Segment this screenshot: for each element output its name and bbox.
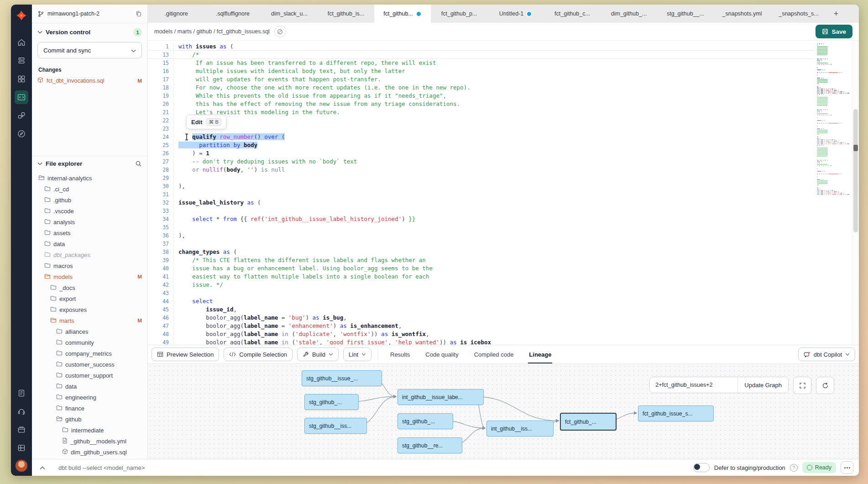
code-line-29[interactable]: 29 bbox=[148, 174, 859, 182]
tree-item-data[interactable]: data bbox=[32, 381, 147, 392]
lineage-node-stg_github__iss...[interactable]: stg_github__iss... bbox=[304, 418, 367, 434]
code-line-21[interactable]: 21 Let's revisit this modeling in the fu… bbox=[148, 108, 859, 116]
code-line-31[interactable]: 31 bbox=[148, 190, 859, 199]
changed-file-fct_dbt_invocations.sql[interactable]: fct_dbt_invocations.sqlM bbox=[32, 76, 147, 85]
build-button[interactable]: Build bbox=[297, 347, 339, 361]
scrollbar-thumb[interactable] bbox=[853, 109, 858, 232]
code-line-36[interactable]: 36), bbox=[148, 231, 859, 240]
defer-toggle[interactable] bbox=[693, 463, 710, 472]
version-control-header[interactable]: Version control 1 bbox=[32, 23, 147, 40]
billing-icon[interactable] bbox=[15, 423, 28, 437]
tab-.sqlfluffignore[interactable]: .sqlfluffignore bbox=[204, 5, 261, 23]
code-line-25[interactable]: 25 partition by body bbox=[148, 141, 859, 149]
tree-item-marts[interactable]: martsM bbox=[32, 315, 147, 326]
tree-item-macros[interactable]: macros bbox=[32, 260, 147, 271]
code-editor[interactable]: 1with issues as (13 /*15 If an issue has… bbox=[148, 41, 859, 345]
editor-scrollbar[interactable] bbox=[852, 41, 859, 345]
user-avatar[interactable] bbox=[15, 459, 28, 472]
update-graph-button[interactable]: Update Graph bbox=[737, 377, 788, 393]
new-tab-button[interactable]: + bbox=[827, 5, 845, 23]
editor-minimap[interactable] bbox=[814, 41, 852, 345]
tree-item-internal-analytics[interactable]: internal-analytics bbox=[32, 173, 147, 184]
code-line-49[interactable]: 49 boolor_agg(label_name in ('stale', 'g… bbox=[148, 338, 859, 345]
tab-fct_github_is...[interactable]: fct_github_is... bbox=[318, 5, 374, 23]
more-options-button[interactable] bbox=[841, 461, 853, 474]
code-line-23[interactable]: 23 bbox=[148, 125, 859, 133]
code-line-33[interactable]: 33 bbox=[148, 207, 859, 215]
save-button[interactable]: Save bbox=[816, 25, 852, 38]
tree-item-customer_success[interactable]: customer_success bbox=[32, 359, 147, 370]
code-line-17[interactable]: 17 will get updates for events that happ… bbox=[148, 75, 859, 84]
tab-dim_slack_u...[interactable]: dim_slack_u... bbox=[261, 5, 318, 23]
code-line-18[interactable]: 18 For now, choose the one with more rec… bbox=[148, 84, 859, 92]
tree-item-dim_github_users.sql[interactable]: dim_github_users.sql bbox=[32, 447, 147, 458]
tree-item-dbt_packages[interactable]: dbt_packages bbox=[32, 249, 147, 260]
code-line-38[interactable]: 38change_types as ( bbox=[148, 248, 859, 256]
lineage-node-stg_github_...[interactable]: stg_github_... bbox=[397, 413, 453, 429]
tab-lineage[interactable]: Lineage bbox=[523, 345, 557, 363]
code-line-42[interactable]: 42 issue. */ bbox=[148, 281, 859, 289]
lineage-node-int_github__iss...[interactable]: int_github__iss... bbox=[486, 421, 554, 437]
lineage-node-fct_github_issue_s...[interactable]: fct_github_issue_s... bbox=[638, 405, 714, 421]
lineage-node-fct_github_...[interactable]: fct_github_... bbox=[560, 413, 617, 431]
tab-dim_github_...[interactable]: dim_github_... bbox=[601, 5, 657, 23]
code-line-1[interactable]: 1with issues as ( bbox=[148, 42, 859, 51]
code-line-24[interactable]: 24 qualify row_number() over ( bbox=[148, 133, 859, 141]
lineage-node-int_github__issue_labe...[interactable]: int_github__issue_labe... bbox=[397, 389, 484, 405]
explore-icon[interactable] bbox=[15, 127, 28, 141]
compile-selection-button[interactable]: Compile Selection bbox=[224, 347, 293, 361]
code-line-39[interactable]: 39 /* This CTE flattens the different is… bbox=[148, 256, 859, 264]
search-icon[interactable] bbox=[135, 160, 142, 167]
tree-item-.vscode[interactable]: .vscode bbox=[32, 205, 147, 216]
tab-code-quality[interactable]: Code quality bbox=[420, 345, 464, 363]
code-line-46[interactable]: 46 boolor_agg(label_name = 'bug') as is_… bbox=[148, 314, 859, 322]
tree-item-finance[interactable]: finance bbox=[32, 403, 147, 414]
command-input[interactable]: dbt build --select <model_name> bbox=[58, 464, 145, 471]
commit-and-sync-button[interactable]: Commit and sync bbox=[37, 42, 142, 58]
lineage-selector-input[interactable] bbox=[650, 377, 737, 393]
tree-item-customer_support[interactable]: customer_support bbox=[32, 370, 147, 381]
code-line-22[interactable]: 22 bbox=[148, 116, 859, 125]
tree-item-company_metrics[interactable]: company_metrics bbox=[32, 348, 147, 359]
tree-item-export[interactable]: export bbox=[32, 293, 147, 304]
tree-item-.ci_cd[interactable]: .ci_cd bbox=[32, 184, 147, 195]
tree-item-community[interactable]: community bbox=[32, 337, 147, 348]
tree-item-data[interactable]: data bbox=[32, 238, 147, 249]
code-line-13[interactable]: 13 /* bbox=[148, 51, 859, 59]
tree-item-intermediate[interactable]: intermediate bbox=[32, 425, 147, 436]
environments-icon[interactable] bbox=[15, 54, 28, 68]
storyboard-icon[interactable] bbox=[15, 441, 28, 455]
code-line-45[interactable]: 45 issue_id, bbox=[148, 305, 859, 314]
dbt-copilot-button[interactable]: dbt Copilot bbox=[798, 347, 855, 361]
code-line-35[interactable]: 35 bbox=[148, 223, 859, 231]
file-explorer-header[interactable]: File explorer bbox=[32, 156, 147, 170]
code-line-37[interactable]: 37 bbox=[148, 240, 859, 248]
lineage-node-stg_github__issue_...[interactable]: stg_github__issue_... bbox=[302, 370, 382, 386]
tree-item-engineering[interactable]: engineering bbox=[32, 392, 147, 403]
help-icon[interactable]: ? bbox=[790, 464, 798, 472]
tab-stg_github__...[interactable]: stg_github__... bbox=[657, 5, 714, 23]
tab-fct_github_c...[interactable]: fct_github_c... bbox=[544, 5, 601, 23]
lineage-node-stg_github__re...[interactable]: stg_github__re... bbox=[397, 437, 462, 453]
tree-item-alliances[interactable]: alliances bbox=[32, 326, 147, 337]
tab-fct_github...[interactable]: fct_github... bbox=[374, 5, 431, 23]
tab-compiled-code[interactable]: Compiled code bbox=[469, 345, 519, 363]
code-line-26[interactable]: 26 ) = 1 bbox=[148, 149, 859, 158]
code-line-48[interactable]: 48 boolor_agg(label_name in ('duplicate'… bbox=[148, 330, 859, 338]
code-line-34[interactable]: 34 select * from {{ ref('int_github__iss… bbox=[148, 215, 859, 223]
edit-popup[interactable]: Edit ⌘ B bbox=[186, 115, 226, 129]
tree-item-assets[interactable]: assets bbox=[32, 227, 147, 238]
code-line-47[interactable]: 47 boolor_agg(label_name = 'enhancement'… bbox=[148, 322, 859, 330]
support-icon[interactable] bbox=[15, 405, 28, 418]
code-line-30[interactable]: 30), bbox=[148, 182, 859, 190]
tab-_snapshots_s...[interactable]: _snapshots_s... bbox=[770, 5, 827, 23]
code-line-28[interactable]: 28 or nullif(body, '') is null bbox=[148, 166, 859, 174]
tab-Untitled-1[interactable]: Untitled-1 bbox=[487, 5, 544, 23]
copy-branch-icon[interactable] bbox=[136, 11, 142, 17]
code-line-19[interactable]: 19 While this prevents the old issue fro… bbox=[148, 92, 859, 100]
tree-item-_docs[interactable]: _docs bbox=[32, 282, 147, 293]
apps-icon[interactable] bbox=[15, 72, 28, 86]
code-line-27[interactable]: 27 -- don't try deduping issues with no … bbox=[148, 158, 859, 166]
code-line-41[interactable]: 41 easiest way to flatten multiple label… bbox=[148, 273, 859, 281]
expand-command-bar-icon[interactable] bbox=[37, 464, 47, 471]
